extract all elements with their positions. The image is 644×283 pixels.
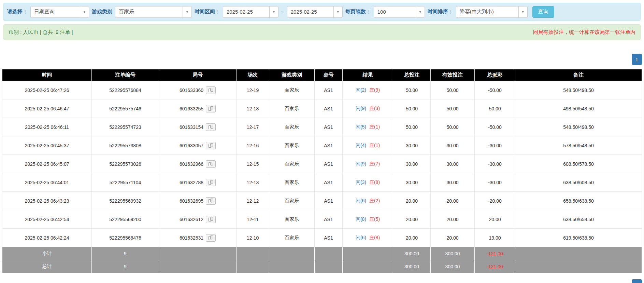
sort-order-select[interactable]: 降幂(由大到小) ▼ [456,6,528,18]
cell-bet-id: 522295573808 [92,136,159,155]
cell-total-bet: 30.00 [393,155,431,173]
page-1-button[interactable]: 1 [632,279,642,283]
empty-cell [315,260,343,273]
cards-icon[interactable] [206,105,216,112]
empty-cell [315,247,343,260]
result-player: 闲(3) [356,179,366,185]
caret-down-icon[interactable]: ▼ [80,6,89,17]
search-button[interactable]: 查询 [532,6,554,18]
result-player: 闲(6) [356,198,366,203]
cell-note: 619.50/638.50 [515,229,642,247]
table-body: 2025-02-25 06:47:26 522295576884 6016333… [2,81,642,247]
round-id: 601632695 [180,198,203,204]
col-result: 结果 [343,69,393,81]
bets-table: 时间 注单编号 局号 场次 游戏类别 桌号 结果 总投注 有效投注 总派彩 备注… [2,69,642,273]
col-note: 备注 [515,69,642,81]
cell-time: 2025-02-25 06:47:26 [2,81,92,99]
cell-payout: -30.00 [475,155,515,173]
grand-total-row: 总计 9 300.00 300.00 -121.00 [2,260,642,273]
result-banker: 庄(1) [369,124,380,130]
table-row: 2025-02-25 06:42:24 522295568476 6016325… [2,229,642,247]
caret-down-icon[interactable]: ▼ [416,6,425,17]
round-id: 601633057 [180,143,203,148]
cell-time: 2025-02-25 06:46:47 [2,99,92,118]
cell-note: 638.50/658.50 [515,210,642,229]
cell-bet-id: 522295574723 [92,118,159,136]
pagination-bottom: 1 [632,279,642,283]
table-footer: 小计 9 300.00 300.00 -121.00 总计 9 300.00 3… [2,247,642,273]
cell-time: 2025-02-25 06:46:11 [2,118,92,136]
caret-down-icon[interactable]: ▼ [518,6,527,17]
cell-table: AS1 [315,173,343,192]
cards-icon[interactable] [206,216,216,223]
caret-down-icon[interactable]: ▼ [333,6,342,17]
cell-payout: -50.00 [475,81,515,99]
cell-result: 闲(4) 庄(1) [343,136,393,155]
cell-session: 12-10 [237,229,269,247]
page-size-select[interactable]: 100 ▼ [374,6,425,18]
empty-cell [515,247,642,260]
cards-icon[interactable] [206,123,216,131]
cards-icon[interactable] [206,234,216,242]
cell-note: 578.50/548.50 [515,136,642,155]
empty-cell [159,260,237,273]
cell-payout: -30.00 [475,136,515,155]
subtotal-payout: -121.00 [475,247,515,260]
cell-table: AS1 [315,210,343,229]
game-category-select[interactable]: 百家乐 ▼ [115,6,192,18]
cell-time: 2025-02-25 06:43:23 [2,192,92,210]
cards-icon[interactable] [206,179,216,186]
cell-result: 闲(9) 庄(3) [343,99,393,118]
round-id: 601632966 [180,161,203,167]
caret-down-icon[interactable]: ▼ [183,6,191,17]
page-1-button[interactable]: 1 [632,54,642,65]
subtotal-label: 小计 [2,247,92,260]
cell-valid-bet: 50.00 [431,99,475,118]
table-row: 2025-02-25 06:47:26 522295576884 6016333… [2,81,642,99]
subtotal-valid-bet: 300.00 [431,247,475,260]
cell-valid-bet: 30.00 [431,173,475,192]
time-range-label: 时间区间： [195,9,220,15]
cell-valid-bet: 50.00 [431,81,475,99]
round-id: 601633255 [180,106,203,111]
cell-session: 12-18 [237,99,269,118]
date-to-select[interactable]: 2025-02-25 ▼ [287,6,343,18]
cell-table: AS1 [315,81,343,99]
col-payout: 总派彩 [475,69,515,81]
pagination-top: 1 [2,54,642,65]
col-round: 局号 [159,69,237,81]
date-from-value: 2025-02-25 [223,6,269,17]
cards-icon[interactable] [206,142,216,149]
cards-icon[interactable] [206,197,216,205]
empty-cell [269,247,315,260]
cards-icon[interactable] [206,86,216,94]
result-player: 闲(4) [356,143,366,148]
cell-note: 638.50/608.50 [515,173,642,192]
cell-note: 548.50/498.50 [515,118,642,136]
cell-round: 601632612 [159,210,237,229]
page-size-label: 每页笔数： [345,9,371,15]
cell-table: AS1 [315,99,343,118]
date-from-select[interactable]: 2025-02-25 ▼ [223,6,278,18]
cell-session: 12-16 [237,136,269,155]
cell-time: 2025-02-25 06:44:01 [2,173,92,192]
result-banker: 庄(3) [369,106,380,111]
cell-session: 12-17 [237,118,269,136]
cell-table: AS1 [315,155,343,173]
query-type-select[interactable]: 日期查询 ▼ [30,6,89,18]
cell-table: AS1 [315,118,343,136]
cell-total-bet: 30.00 [393,136,431,155]
empty-cell [159,247,237,260]
subtotal-total-bet: 300.00 [393,247,431,260]
caret-down-icon[interactable]: ▼ [269,6,278,17]
cell-table: AS1 [315,192,343,210]
sort-label: 时间排序： [428,9,453,15]
col-game: 游戏类别 [269,69,315,81]
total-label: 总计 [2,260,92,273]
cards-icon[interactable] [206,160,216,168]
cell-valid-bet: 30.00 [431,155,475,173]
result-banker: 庄(8) [369,179,380,185]
table-row: 2025-02-25 06:46:47 522295575746 6016332… [2,99,642,118]
subtotal-row: 小计 9 300.00 300.00 -121.00 [2,247,642,260]
cell-game: 百家乐 [269,99,315,118]
